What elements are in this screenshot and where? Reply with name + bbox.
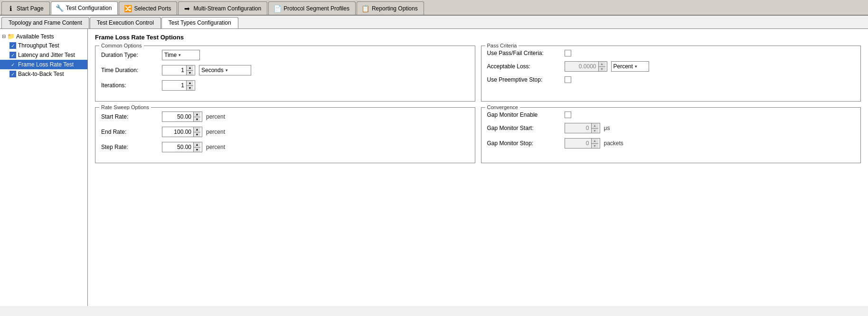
tab-start-page[interactable]: ℹ Start Page bbox=[1, 1, 50, 15]
end-rate-input[interactable] bbox=[162, 127, 193, 137]
multistream-icon: ➡ bbox=[183, 5, 191, 12]
acceptable-loss-row: Acceptable Loss: ▲ ▼ Percent ▾ bbox=[487, 61, 855, 72]
time-duration-input[interactable] bbox=[162, 65, 186, 75]
iterations-spinner-btns: ▲ ▼ bbox=[186, 81, 193, 90]
tab-selected-ports-label: Selected Ports bbox=[134, 5, 171, 12]
throughput-checkbox[interactable]: ✓ bbox=[9, 42, 16, 49]
time-duration-spinner: ▲ ▼ bbox=[162, 65, 195, 75]
right-panel: Frame Loss Rate Test Options Common Opti… bbox=[88, 29, 868, 306]
end-rate-row: End Rate: ▲ ▼ percent bbox=[101, 127, 469, 137]
gap-monitor-stop-input[interactable] bbox=[565, 139, 591, 148]
pass-criteria-group: Pass Criteria Use Pass/Fail Criteria: Ac… bbox=[481, 46, 861, 102]
tab-test-types[interactable]: Test Types Configuration bbox=[161, 17, 238, 28]
gap-monitor-stop-up[interactable]: ▲ bbox=[592, 139, 598, 144]
reporting-icon: 📋 bbox=[362, 5, 369, 12]
gap-monitor-enable-row: Gap Monitor Enable bbox=[487, 112, 855, 118]
time-duration-label: Time Duration: bbox=[101, 67, 158, 74]
tab-protocol-segment[interactable]: 📄 Protocol Segment Profiles bbox=[268, 1, 356, 15]
tree-item-throughput[interactable]: ✓ Throughput Test bbox=[0, 41, 87, 50]
acceptable-loss-unit-select[interactable]: Percent ▾ bbox=[611, 61, 649, 72]
tab-selected-ports[interactable]: 🔀 Selected Ports bbox=[119, 1, 177, 15]
use-preemptive-label: Use Preemptive Stop: bbox=[487, 76, 561, 83]
gap-monitor-start-label: Gap Monitor Start: bbox=[487, 125, 561, 131]
tab-multi-stream[interactable]: ➡ Multi-Stream Configuration bbox=[178, 1, 267, 15]
acceptable-loss-unit-value: Percent bbox=[613, 63, 633, 70]
tab-execution[interactable]: Test Execution Control bbox=[90, 17, 161, 28]
frameloss-checkbox[interactable]: ✓ bbox=[9, 61, 16, 68]
tree-root-label: Available Tests bbox=[16, 33, 54, 40]
start-rate-input[interactable] bbox=[162, 112, 193, 121]
iterations-input[interactable] bbox=[162, 81, 186, 90]
info-icon: ℹ bbox=[7, 5, 14, 12]
use-preemptive-row: Use Preemptive Stop: bbox=[487, 76, 855, 83]
start-rate-spinner-btns: ▲ ▼ bbox=[193, 112, 200, 121]
iterations-up[interactable]: ▲ bbox=[187, 81, 193, 86]
time-duration-unit-select[interactable]: Seconds ▾ bbox=[199, 65, 251, 75]
tree-item-frameloss[interactable]: ✓ Frame Loss Rate Test bbox=[0, 60, 87, 69]
start-rate-label: Start Rate: bbox=[101, 113, 158, 120]
duration-type-label: Duration Type: bbox=[101, 52, 158, 58]
rate-sweep-group: Rate Sweep Options Start Rate: ▲ ▼ perce… bbox=[95, 107, 475, 163]
gap-monitor-start-spinner: ▲ ▼ bbox=[565, 123, 600, 133]
acceptable-loss-input[interactable] bbox=[565, 62, 598, 71]
tab-topology[interactable]: Topology and Frame Content bbox=[1, 17, 89, 28]
backtoback-label: Back-to-Back Test bbox=[18, 71, 64, 77]
rate-sweep-title: Rate Sweep Options bbox=[99, 104, 151, 110]
convergence-group: Convergence Gap Monitor Enable Gap Monit… bbox=[481, 107, 861, 163]
gap-monitor-enable-checkbox[interactable] bbox=[565, 112, 571, 118]
step-rate-down[interactable]: ▼ bbox=[194, 148, 200, 152]
tab-multi-stream-label: Multi-Stream Configuration bbox=[193, 5, 261, 12]
tree-item-latency[interactable]: ✓ Latency and Jitter Test bbox=[0, 50, 87, 60]
duration-type-select[interactable]: Time ▾ bbox=[162, 50, 200, 60]
gap-monitor-start-input[interactable] bbox=[565, 123, 591, 133]
acceptable-loss-label: Acceptable Loss: bbox=[487, 63, 561, 70]
end-rate-down[interactable]: ▼ bbox=[194, 132, 200, 137]
acceptable-loss-down[interactable]: ▼ bbox=[599, 67, 605, 72]
duration-type-row: Duration Type: Time ▾ bbox=[101, 50, 469, 60]
time-duration-unit-value: Seconds bbox=[201, 67, 224, 74]
tab-test-configuration[interactable]: 🔧 Test Configuration bbox=[51, 1, 118, 15]
step-rate-unit: percent bbox=[206, 144, 225, 150]
gap-monitor-start-up[interactable]: ▲ bbox=[592, 123, 598, 129]
tab-start-page-label: Start Page bbox=[17, 5, 44, 12]
tab-execution-label: Test Execution Control bbox=[97, 19, 154, 26]
gap-monitor-stop-spinner: ▲ ▼ bbox=[565, 138, 600, 149]
step-rate-spinner-btns: ▲ ▼ bbox=[193, 142, 200, 152]
latency-label: Latency and Jitter Test bbox=[18, 52, 75, 58]
backtoback-checkbox[interactable]: ✓ bbox=[9, 71, 16, 77]
tab-reporting-options[interactable]: 📋 Reporting Options bbox=[357, 1, 424, 15]
iterations-down[interactable]: ▼ bbox=[187, 86, 193, 91]
use-pass-fail-checkbox[interactable] bbox=[565, 50, 571, 56]
tree-item-backtoback[interactable]: ✓ Back-to-Back Test bbox=[0, 69, 87, 79]
acceptable-loss-up[interactable]: ▲ bbox=[599, 62, 605, 67]
acceptable-loss-spinner: ▲ ▼ bbox=[565, 61, 607, 72]
step-rate-input[interactable] bbox=[162, 142, 193, 152]
time-duration-unit-arrow: ▾ bbox=[226, 68, 228, 73]
gap-monitor-enable-label: Gap Monitor Enable bbox=[487, 112, 561, 118]
duration-type-arrow: ▾ bbox=[179, 53, 181, 57]
tab-test-types-label: Test Types Configuration bbox=[169, 19, 231, 26]
acceptable-loss-spinner-btns: ▲ ▼ bbox=[598, 62, 605, 71]
second-tab-bar: Topology and Frame Content Test Executio… bbox=[0, 16, 868, 29]
time-duration-up[interactable]: ▲ bbox=[187, 65, 193, 71]
tab-test-configuration-label: Test Configuration bbox=[66, 5, 112, 11]
start-rate-up[interactable]: ▲ bbox=[194, 112, 200, 117]
gap-monitor-start-unit: μs bbox=[604, 125, 610, 131]
gap-monitor-start-down[interactable]: ▼ bbox=[592, 129, 598, 133]
start-rate-down[interactable]: ▼ bbox=[194, 117, 200, 122]
time-duration-down[interactable]: ▼ bbox=[187, 71, 193, 75]
step-rate-label: Step Rate: bbox=[101, 144, 158, 150]
end-rate-unit: percent bbox=[206, 129, 225, 135]
use-preemptive-checkbox[interactable] bbox=[565, 76, 571, 83]
start-rate-unit: percent bbox=[206, 113, 225, 120]
convergence-title: Convergence bbox=[485, 104, 520, 110]
gap-monitor-stop-down[interactable]: ▼ bbox=[592, 144, 598, 149]
latency-checkbox[interactable]: ✓ bbox=[9, 52, 16, 58]
end-rate-spinner: ▲ ▼ bbox=[162, 127, 202, 137]
tree-root[interactable]: ⊟ 📁 Available Tests bbox=[0, 32, 87, 41]
end-rate-up[interactable]: ▲ bbox=[194, 127, 200, 132]
step-rate-up[interactable]: ▲ bbox=[194, 142, 200, 148]
iterations-label: Iterations: bbox=[101, 82, 158, 89]
time-duration-spinner-btns: ▲ ▼ bbox=[186, 65, 193, 75]
protocol-icon: 📄 bbox=[274, 5, 281, 12]
